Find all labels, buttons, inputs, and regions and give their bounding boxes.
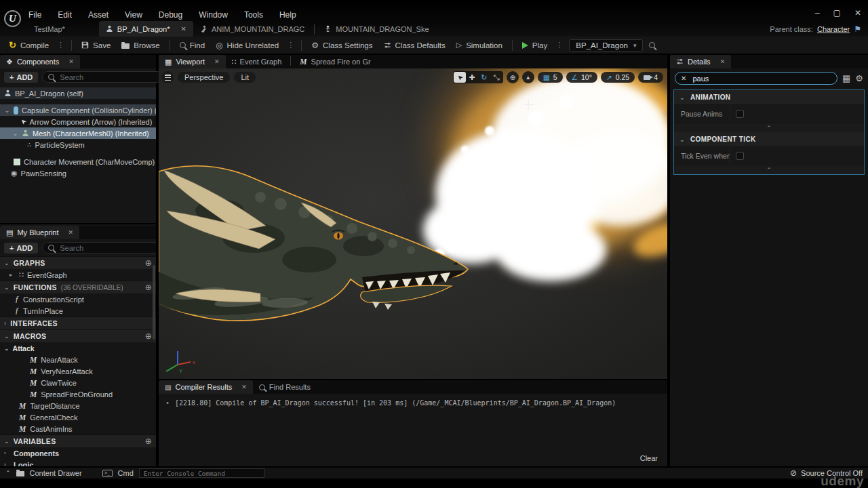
- close-icon[interactable]: ✕: [241, 384, 247, 390]
- display-filter-icon[interactable]: ▦: [842, 73, 850, 83]
- details-search[interactable]: ✕: [675, 72, 837, 85]
- macro-item[interactable]: M ClawTwice: [0, 377, 156, 388]
- menu-debug[interactable]: Debug: [159, 10, 182, 20]
- tab-event-graph[interactable]: ∷ Event Graph: [226, 55, 288, 68]
- interfaces-section-header[interactable]: › INTERFACES: [0, 317, 156, 329]
- class-defaults-button[interactable]: Class Defaults: [379, 37, 450, 54]
- menu-asset[interactable]: Asset: [88, 10, 108, 20]
- console-command-input[interactable]: [139, 468, 264, 478]
- close-icon[interactable]: ✕: [68, 229, 74, 236]
- add-new-button[interactable]: + ADD: [4, 243, 38, 253]
- tab-components[interactable]: ❖ Components ✕: [0, 55, 80, 68]
- menu-tools[interactable]: Tools: [244, 10, 263, 20]
- chevron-down-icon[interactable]: ⌄: [4, 107, 10, 114]
- maximize-icon[interactable]: ▢: [833, 8, 841, 18]
- tab-anim-mountain-dragon[interactable]: ANIM_MOUNTAIN_DRAGC: [193, 21, 311, 37]
- menu-window[interactable]: Window: [199, 10, 228, 20]
- components-search[interactable]: [42, 71, 163, 83]
- pause-anims-checkbox[interactable]: [736, 110, 744, 118]
- component-row-capsule[interactable]: ⌄ Capsule Component (CollisionCylinder) …: [0, 104, 156, 116]
- find-button[interactable]: Find: [175, 37, 210, 54]
- component-row-mesh[interactable]: ⌄ Mesh (CharacterMesh0) (Inherited): [0, 127, 156, 139]
- move-tool-button[interactable]: ✚: [466, 72, 478, 83]
- select-tool-button[interactable]: ➤: [454, 72, 466, 83]
- variables-section-header[interactable]: ⌄ VARIABLES ⊕: [0, 434, 156, 447]
- cmd-button[interactable]: Cmd: [118, 469, 134, 477]
- lit-dropdown[interactable]: Lit: [234, 72, 256, 83]
- macros-section-header[interactable]: ⌄ MACROS ⊕: [0, 329, 156, 342]
- my-blueprint-search-input[interactable]: [58, 243, 156, 253]
- clear-button[interactable]: Clear: [640, 454, 658, 462]
- graphs-section-header[interactable]: ⌄ GRAPHS ⊕: [0, 256, 156, 269]
- hide-unrelated-options-icon[interactable]: ⋮: [285, 41, 296, 49]
- compile-button[interactable]: ↻ Compile: [4, 37, 54, 54]
- parent-class-link[interactable]: Character: [817, 25, 850, 33]
- chevron-right-icon[interactable]: ▸: [9, 272, 15, 278]
- macro-item[interactable]: M VeryNearAttack: [0, 365, 156, 377]
- animation-section-header[interactable]: ⌄ ANIMATION: [674, 90, 864, 104]
- macro-item[interactable]: M CastAnimIns: [0, 423, 156, 434]
- component-tick-section-header[interactable]: ⌄ COMPONENT TICK: [674, 132, 864, 146]
- menu-file[interactable]: File: [28, 10, 41, 20]
- scrollbar[interactable]: [153, 265, 155, 340]
- tab-bp-ai-dragon[interactable]: BP_AI_Dragon* ✕: [99, 21, 193, 37]
- camera-speed-control[interactable]: 4: [638, 72, 663, 83]
- chevron-up-icon[interactable]: ⌃: [5, 470, 11, 476]
- attack-group-row[interactable]: ⌄ Attack: [0, 342, 156, 354]
- menu-edit[interactable]: Edit: [58, 10, 72, 20]
- hide-unrelated-button[interactable]: ◎ Hide Unrelated: [211, 37, 283, 54]
- play-button[interactable]: Play: [517, 37, 552, 54]
- variable-category-logic[interactable]: › Logic: [0, 459, 156, 466]
- macro-item[interactable]: M TargetDistance: [0, 400, 156, 411]
- perspective-dropdown[interactable]: Perspective: [178, 72, 230, 83]
- chevron-down-icon[interactable]: ⌄: [12, 130, 18, 137]
- viewport-scene[interactable]: x Y: [159, 68, 667, 379]
- clear-search-icon[interactable]: ✕: [681, 75, 686, 82]
- component-row-self[interactable]: BP_AI_Dragon (self): [0, 87, 156, 99]
- components-search-input[interactable]: [58, 73, 157, 82]
- debug-object-dropdown[interactable]: BP_AI_Dragon ▾: [569, 39, 643, 52]
- play-options-icon[interactable]: ⋮: [553, 41, 565, 49]
- content-drawer-button[interactable]: Content Drawer: [30, 469, 82, 477]
- add-function-icon[interactable]: ⊕: [145, 283, 152, 292]
- menu-help[interactable]: Help: [279, 10, 296, 20]
- eventgraph-item[interactable]: ▸ ∷ EventGraph: [0, 269, 156, 281]
- function-item[interactable]: ƒ ConstructionScript: [0, 293, 156, 305]
- close-icon[interactable]: ✕: [854, 8, 861, 18]
- compiler-log-entry[interactable]: • [2218.80] Compile of BP_AI_Dragon succ…: [159, 394, 667, 412]
- function-item[interactable]: ƒ TurnInPlace: [0, 305, 156, 317]
- component-row-particlesystem[interactable]: ∴ ParticleSystem: [0, 139, 156, 150]
- tab-details[interactable]: Details ✕: [670, 55, 731, 68]
- my-blueprint-search[interactable]: [42, 242, 156, 253]
- component-row-arrow[interactable]: ➤ Arrow Component (Arrow) (Inherited): [0, 116, 156, 127]
- tab-viewport[interactable]: ▦ Viewport ✕: [159, 55, 226, 68]
- advanced-expander[interactable]: ⌃: [674, 165, 864, 174]
- add-macro-icon[interactable]: ⊕: [145, 331, 152, 341]
- viewport-menu-button[interactable]: [161, 71, 174, 83]
- macro-item[interactable]: M NearAttack: [0, 354, 156, 365]
- simulation-button[interactable]: ▷ Simulation: [452, 37, 507, 54]
- grid-snap-control[interactable]: ▦ 5: [538, 72, 563, 83]
- tab-my-blueprint[interactable]: ▤ My Blueprint ✕: [0, 226, 79, 239]
- surface-snapping-button[interactable]: ▲: [522, 71, 534, 83]
- rotation-snap-control[interactable]: ∠ 10°: [566, 72, 597, 83]
- tab-mountain-dragon-skeleton[interactable]: MOUNTAIN_DRAGON_Ske: [317, 21, 435, 37]
- viewport-3d[interactable]: x Y Perspective Lit ➤ ✚ ↻ ⤡ ⊕: [159, 68, 667, 379]
- add-component-button[interactable]: + ADD: [4, 72, 38, 83]
- minimize-icon[interactable]: –: [815, 8, 820, 18]
- component-row-pawnsensing[interactable]: ◉ PawnSensing: [0, 167, 156, 179]
- compile-options-icon[interactable]: ⋮: [55, 41, 66, 49]
- tab-spread-fire[interactable]: M Spread Fire on Gr: [294, 55, 376, 68]
- tick-when-paused-checkbox[interactable]: [736, 152, 744, 160]
- rotate-tool-button[interactable]: ↻: [478, 72, 490, 83]
- scale-snap-control[interactable]: ↗ 0.25: [601, 72, 635, 83]
- close-icon[interactable]: ✕: [181, 25, 186, 33]
- debug-find-button[interactable]: [644, 37, 660, 54]
- add-variable-icon[interactable]: ⊕: [145, 436, 152, 446]
- class-settings-button[interactable]: ⚙ Class Settings: [307, 37, 377, 54]
- save-button[interactable]: Save: [77, 37, 115, 54]
- details-search-input[interactable]: [691, 74, 831, 83]
- advanced-expander[interactable]: ⌃: [674, 123, 864, 132]
- component-row-character-movement[interactable]: Character Movement (CharMoveComp) (Inher…: [0, 156, 156, 167]
- browse-button[interactable]: Browse: [117, 37, 164, 54]
